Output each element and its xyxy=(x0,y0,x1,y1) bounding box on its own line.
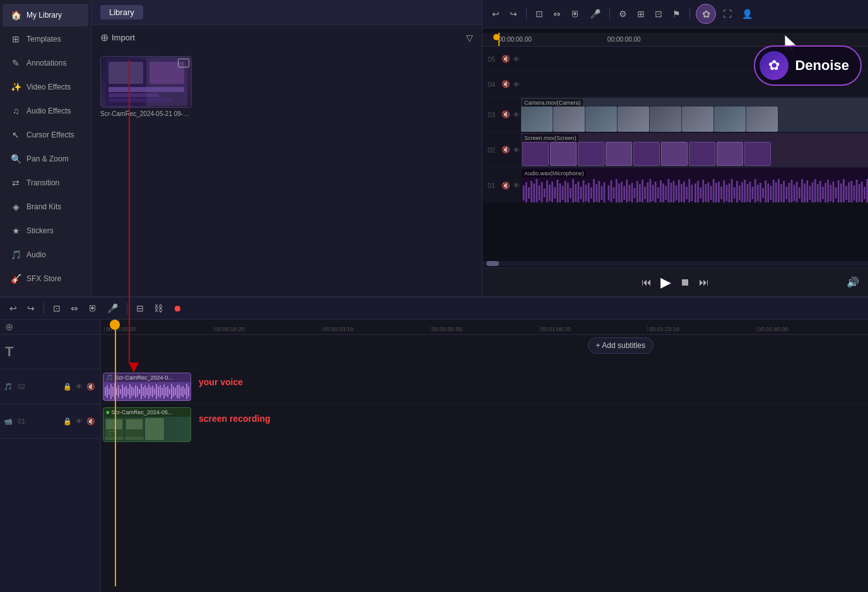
tl-lock-02[interactable]: 🔒 xyxy=(62,382,73,392)
sidebar-item-audio-effects[interactable]: ♫ Audio Effects xyxy=(3,100,88,122)
library-tab[interactable]: Library xyxy=(100,5,143,20)
svg-rect-91 xyxy=(739,185,741,200)
preview-scroll[interactable] xyxy=(483,261,868,266)
skip-forward-button[interactable]: ⏭ xyxy=(699,277,709,288)
screen-timeline-clip[interactable]: ■ Scr-CamRec_2024-05... xyxy=(103,407,191,442)
sidebar-item-transition[interactable]: ⇄ Transition xyxy=(3,171,88,194)
sidebar-item-video-effects[interactable]: ✨ Video Effects xyxy=(3,76,88,98)
svg-rect-148 xyxy=(118,385,119,398)
track-eye-03[interactable]: 👁 xyxy=(512,110,521,120)
flag-button[interactable]: ⚑ xyxy=(669,7,684,21)
zoom-button[interactable]: ⛶ xyxy=(720,7,735,21)
redo-button[interactable]: ↪ xyxy=(507,7,520,21)
tl-eye-02[interactable]: 👁 xyxy=(74,382,84,392)
svg-rect-20 xyxy=(551,182,553,202)
add-track-row: ⊕ xyxy=(0,320,100,335)
svg-rect-110 xyxy=(789,183,790,202)
captions-button[interactable]: ⊡ xyxy=(652,7,666,21)
svg-rect-172 xyxy=(163,385,165,398)
play-button[interactable]: ▶ xyxy=(660,274,671,291)
timeline-mic-button[interactable]: 🎤 xyxy=(104,301,121,315)
settings-button[interactable]: ⚙ xyxy=(616,7,630,21)
svg-rect-93 xyxy=(744,180,746,202)
person-button[interactable]: 👤 xyxy=(739,7,756,21)
track-mute-04[interactable]: 🔇 xyxy=(500,79,512,90)
track-eye-04[interactable]: 👁 xyxy=(512,79,521,90)
tl-mute-01[interactable]: 🔇 xyxy=(85,417,97,426)
svg-rect-36 xyxy=(593,179,595,202)
svg-rect-115 xyxy=(801,179,803,202)
track-mute-03[interactable]: 🔇 xyxy=(500,109,512,120)
trim-button[interactable]: ⇔ xyxy=(550,7,564,21)
track-eye-05[interactable]: 👁 xyxy=(512,54,521,64)
audio-waveform-svg xyxy=(521,176,868,202)
denoise-tooltip: ✿ Denoise xyxy=(754,45,862,86)
sidebar-item-pan-zoom[interactable]: 🔍 Pan & Zoom xyxy=(3,148,88,170)
filter-icon[interactable]: ▽ xyxy=(466,33,473,43)
add-subtitles-button[interactable]: + Add subtitles xyxy=(588,337,654,354)
svg-rect-44 xyxy=(616,179,618,202)
sf-9 xyxy=(744,142,771,166)
svg-rect-177 xyxy=(173,386,174,397)
timeline-track-headers: ⊕ T 🎵 02 🔒 👁 🔇 📹 xyxy=(0,320,101,592)
undo-button[interactable]: ↩ xyxy=(489,7,503,21)
mic-button[interactable]: 🎤 xyxy=(587,7,604,21)
timeline-trim-button[interactable]: ⇔ xyxy=(67,301,81,315)
timeline-redo-button[interactable]: ↪ xyxy=(24,301,38,315)
stop-button[interactable]: ⏹ xyxy=(680,277,690,288)
svg-rect-174 xyxy=(167,386,168,397)
svg-rect-173 xyxy=(165,387,167,396)
preview-track-row-03: 03 🔇 👁 Camera.mov(Camera) xyxy=(483,97,868,132)
tl-eye-01[interactable]: 👁 xyxy=(74,417,84,426)
stickers-icon: ★ xyxy=(10,226,21,236)
timeline-header-row-01: 📹 01 🔒 👁 🔇 xyxy=(0,404,100,439)
timeline-link-button[interactable]: ⛓ xyxy=(151,301,166,315)
crop-button[interactable]: ⊡ xyxy=(532,7,546,21)
denoise-icon: ✿ xyxy=(760,51,789,80)
media-thumbnail[interactable]: Scr-CamRec_2024-05-21 09-28... xyxy=(100,56,192,117)
svg-rect-15 xyxy=(539,185,541,200)
volume-button[interactable]: 🔊 xyxy=(847,276,859,288)
sidebar-item-annotations[interactable]: ✎ Annotations xyxy=(3,52,88,74)
track-eye-02[interactable]: 👁 xyxy=(512,145,521,155)
track-mute-05[interactable]: 🔇 xyxy=(500,54,512,64)
sidebar-item-sfx-store[interactable]: 🎸 SFX Store xyxy=(3,267,88,290)
tl-content-rows: 🎵 Scr-CamRec_2024-0... xyxy=(101,335,868,439)
denoise-button[interactable]: ✿ xyxy=(696,4,716,24)
svg-rect-76 xyxy=(700,187,701,199)
tl-lock-01[interactable]: 🔒 xyxy=(62,417,73,426)
shield-button[interactable]: ⛨ xyxy=(568,7,583,21)
svg-rect-126 xyxy=(830,185,832,201)
audio-timeline-clip[interactable]: 🎵 Scr-CamRec_2024-0... xyxy=(103,373,191,401)
sidebar-item-my-library[interactable]: 🏠 My Library xyxy=(3,4,88,26)
annotation-screen-recording: screen recording xyxy=(199,414,271,424)
timeline-undo-button[interactable]: ↩ xyxy=(6,301,20,315)
sidebar-item-templates[interactable]: ⊞ Templates xyxy=(3,28,88,50)
timeline-crop-button[interactable]: ⊡ xyxy=(50,301,64,315)
timeline-record-button[interactable]: ⏺ xyxy=(170,301,185,315)
timeline-shield-button[interactable]: ⛨ xyxy=(85,301,100,315)
sf-6 xyxy=(661,142,688,166)
track-eye-01[interactable]: 👁 xyxy=(512,180,521,190)
timeline-playhead-head xyxy=(110,320,120,330)
svg-rect-65 xyxy=(671,183,672,202)
svg-rect-89 xyxy=(734,187,736,199)
svg-rect-182 xyxy=(182,386,184,397)
sidebar-item-stickers[interactable]: ★ Stickers xyxy=(3,219,88,242)
grid-button[interactable]: ⊞ xyxy=(634,7,648,21)
skip-back-button[interactable]: ⏮ xyxy=(642,277,652,288)
sidebar-item-audio[interactable]: 🎵 Audio xyxy=(3,243,88,266)
preview-scroll-thumb[interactable] xyxy=(486,261,499,266)
tl-mute-02[interactable]: 🔇 xyxy=(85,382,97,392)
sidebar-item-cursor-effects[interactable]: ↖ Cursor Effects xyxy=(3,124,88,146)
svg-rect-143 xyxy=(108,388,110,395)
track-mute-01[interactable]: 🔇 xyxy=(500,180,512,191)
import-label: Import xyxy=(112,33,135,42)
svg-rect-94 xyxy=(747,184,749,202)
sidebar-item-brand-kits[interactable]: ◈ Brand Kits xyxy=(3,195,88,218)
import-button[interactable]: ⊕ Import xyxy=(100,32,135,44)
add-track-button[interactable]: ⊕ xyxy=(5,321,13,333)
track-mute-02[interactable]: 🔇 xyxy=(500,144,512,155)
timeline-snap-button[interactable]: ⊟ xyxy=(133,301,147,315)
svg-rect-105 xyxy=(775,182,777,202)
